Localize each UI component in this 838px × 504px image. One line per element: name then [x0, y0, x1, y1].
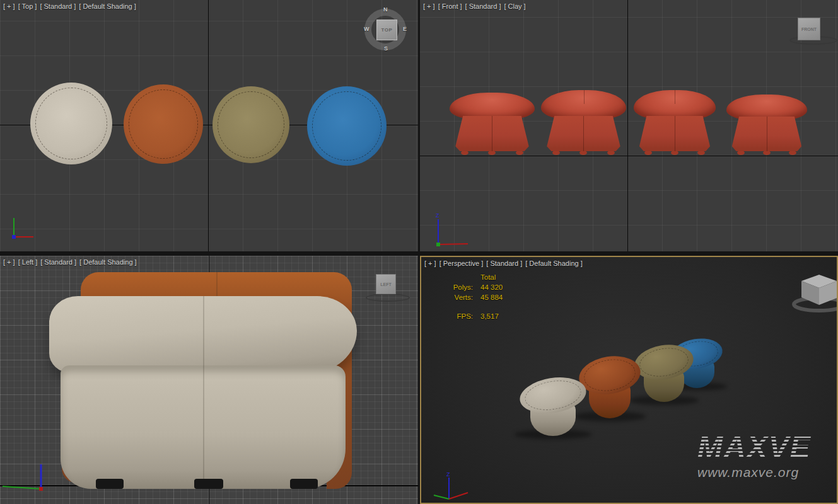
fabric-body	[61, 365, 346, 489]
axis-tripod-left	[0, 459, 50, 491]
seam	[203, 296, 204, 373]
ottoman-top-blue[interactable]	[307, 86, 387, 166]
viewcube-left-face[interactable]: LEFT	[376, 274, 396, 294]
compass-east[interactable]: E	[403, 26, 407, 32]
viewport-top[interactable]: [ + ] [ Top ] [ Standard ] [ Default Sha…	[0, 0, 418, 251]
menu-viewpoint-label[interactable]: [ Front ]	[438, 3, 462, 10]
ottoman-body	[546, 116, 621, 151]
ottoman-cap	[634, 90, 716, 120]
viewport-statistics: Total Polys: 44 320 Verts: 45 884 FPS: 3…	[444, 273, 503, 320]
ottoman-front-4[interactable]	[726, 94, 807, 155]
stats-gap	[444, 304, 503, 310]
watermark-url: www.maxve.org	[697, 465, 812, 480]
axis-tripod-front: Z	[431, 212, 475, 248]
ottoman-cap	[632, 341, 695, 384]
stats-polys-value: 44 320	[480, 284, 503, 291]
ottoman-front-3[interactable]	[634, 90, 716, 155]
ottoman-perspective-cream[interactable]	[520, 378, 586, 436]
stats-fps-value: 3,517	[480, 312, 503, 320]
compass-north[interactable]: N	[383, 6, 388, 13]
ottoman-feet	[644, 151, 705, 155]
viewcube-compass[interactable]: N E S W TOP	[361, 5, 410, 54]
menu-general-label[interactable]: [ + ]	[3, 258, 15, 266]
ottoman-feet	[552, 151, 615, 155]
ottoman-cap	[541, 90, 626, 120]
fabric-cap	[49, 296, 357, 373]
ottoman-top-cream[interactable]	[30, 83, 112, 164]
ottoman-left-view[interactable]	[44, 268, 359, 495]
menu-standard-label[interactable]: [ Standard ]	[40, 3, 76, 10]
menu-shading-label[interactable]: [ Default Shading ]	[525, 260, 583, 267]
ottoman-foot	[290, 479, 318, 489]
stats-verts-value: 45 884	[480, 294, 503, 301]
ottoman-body	[639, 116, 711, 151]
ottoman-foot	[96, 479, 124, 489]
axis-tripod-top	[5, 214, 43, 243]
compass-south[interactable]: S	[384, 45, 388, 52]
menu-standard-label[interactable]: [ Standard ]	[486, 260, 522, 267]
grid-origin-line-v	[627, 0, 628, 251]
grid-origin-line-h	[420, 156, 838, 156]
menu-viewpoint-label[interactable]: [ Left ]	[18, 258, 38, 266]
viewport-perspective-menubar: [ + ] [ Perspective ] [ Standard ] [ Def…	[424, 260, 583, 267]
stats-fps-label: FPS:	[444, 312, 473, 320]
stitch-ring	[129, 89, 198, 159]
viewport-left-menubar: [ + ] [ Left ] [ Standard ] [ Default Sh…	[3, 258, 137, 266]
watermark-brand: MAXVE	[697, 432, 812, 462]
seam	[203, 365, 204, 489]
seam	[584, 90, 585, 104]
stats-polys-label: Polys:	[444, 284, 473, 291]
menu-general-label[interactable]: [ + ]	[424, 260, 436, 267]
ottoman-cap	[517, 373, 588, 418]
axis-z-label: Z	[436, 212, 439, 219]
watermark: MAXVE www.maxve.org	[697, 432, 812, 480]
menu-general-label[interactable]: [ + ]	[3, 3, 15, 10]
menu-viewpoint-label[interactable]: [ Top ]	[18, 3, 37, 10]
ottoman-feet	[737, 151, 797, 155]
stitch-ring	[312, 91, 381, 161]
menu-standard-label[interactable]: [ Standard ]	[40, 258, 76, 266]
seam	[583, 116, 584, 151]
compass-west[interactable]: W	[364, 26, 370, 32]
stats-verts-label: Verts:	[444, 294, 473, 301]
axis-z-label: Z	[446, 471, 450, 478]
ottoman-front-1[interactable]	[450, 93, 535, 155]
viewcube-top-face[interactable]: TOP	[376, 20, 397, 40]
stats-total-spacer	[444, 273, 473, 281]
viewcube-front-face[interactable]: FRONT	[798, 18, 820, 40]
ottoman-foot	[194, 479, 223, 489]
viewcube-ring[interactable]	[366, 294, 410, 302]
seam	[675, 116, 675, 151]
menu-standard-label[interactable]: [ Standard ]	[465, 3, 501, 10]
viewport-front[interactable]: [ + ] [ Front ] [ Standard ] [ Clay ] FR…	[420, 0, 838, 251]
viewport-perspective[interactable]: [ + ] [ Perspective ] [ Standard ] [ Def…	[420, 256, 838, 504]
seam	[492, 116, 492, 151]
menu-shading-label[interactable]: [ Default Shading ]	[79, 258, 137, 266]
axis-tripod-perspective: Z	[431, 470, 475, 504]
menu-shading-label[interactable]: [ Clay ]	[504, 3, 525, 10]
ottoman-body	[455, 116, 530, 151]
seam	[675, 90, 675, 104]
ottoman-perspective-rust[interactable]	[579, 357, 641, 418]
stitch-ring	[35, 88, 107, 159]
viewport-top-menubar: [ + ] [ Top ] [ Standard ] [ Default Sha…	[3, 3, 136, 10]
stats-total-header: Total	[480, 273, 503, 281]
ottoman-top-rust[interactable]	[124, 84, 203, 164]
ottoman-front-2[interactable]	[541, 90, 626, 155]
menu-general-label[interactable]: [ + ]	[423, 3, 435, 10]
viewcube-3d[interactable]	[790, 271, 838, 312]
ottoman-top-olive[interactable]	[212, 86, 289, 163]
ottoman-perspective-olive[interactable]	[634, 345, 694, 402]
seam	[767, 117, 767, 151]
ottoman-body	[731, 117, 803, 151]
stitch-ring	[218, 91, 284, 158]
ottoman-feet	[461, 151, 524, 155]
menu-shading-label[interactable]: [ Default Shading ]	[79, 3, 136, 10]
grid-origin-line-v	[208, 0, 209, 251]
menu-viewpoint-label[interactable]: [ Perspective ]	[439, 260, 484, 267]
viewport-left[interactable]: [ + ] [ Left ] [ Standard ] [ Default Sh…	[0, 256, 418, 504]
3dsmax-quad-viewport: [ + ] [ Top ] [ Standard ] [ Default Sha…	[0, 0, 838, 504]
viewport-front-menubar: [ + ] [ Front ] [ Standard ] [ Clay ]	[423, 3, 526, 10]
